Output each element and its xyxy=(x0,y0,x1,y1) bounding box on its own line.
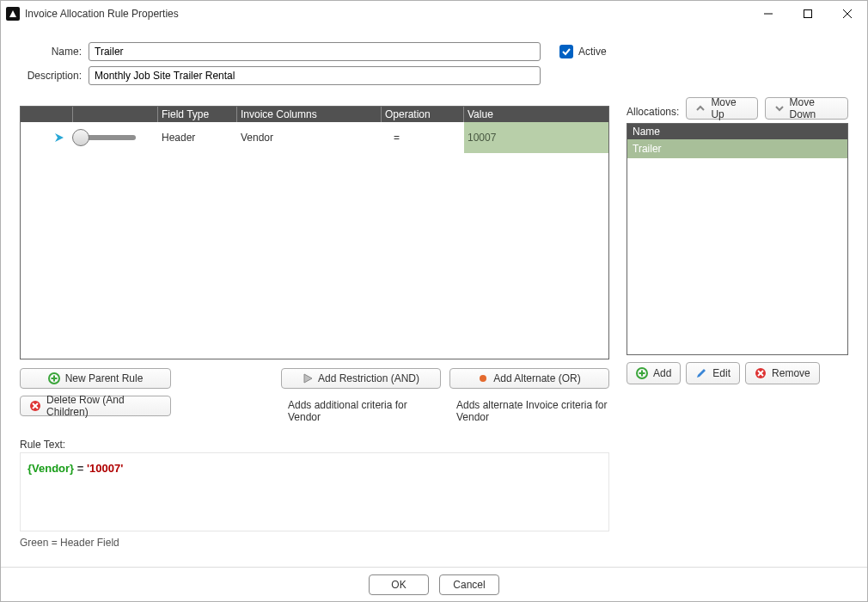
current-row-indicator-icon xyxy=(53,132,65,144)
titlebar: Invoice Allocation Rule Properties xyxy=(1,1,867,27)
x-circle-icon xyxy=(755,367,767,379)
allocations-grid[interactable]: Name Trailer xyxy=(627,123,848,355)
svg-point-10 xyxy=(480,375,486,382)
col-field-type[interactable]: Field Type xyxy=(158,107,237,122)
checkbox-checked-icon xyxy=(559,45,573,58)
allocations-header-name[interactable]: Name xyxy=(627,124,847,139)
allocation-name: Trailer xyxy=(633,143,662,155)
description-row: Description: xyxy=(20,66,848,85)
play-icon xyxy=(303,373,313,384)
delete-row-button[interactable]: Delete Row (And Children) xyxy=(20,396,171,416)
move-up-label: Move Up xyxy=(711,96,748,120)
remove-allocation-button[interactable]: Remove xyxy=(745,362,820,384)
rule-text-value: '10007' xyxy=(87,462,123,475)
plus-circle-icon xyxy=(48,372,60,384)
add-restriction-label: Add Restriction (AND) xyxy=(318,372,419,384)
allocation-row[interactable]: Trailer xyxy=(627,139,847,158)
cancel-button[interactable]: Cancel xyxy=(439,574,499,595)
name-row: Name: Active xyxy=(20,42,848,61)
rule-text-legend: Green = Header Field xyxy=(20,537,609,549)
delete-row-label: Delete Row (And Children) xyxy=(46,394,162,418)
svg-marker-5 xyxy=(55,133,64,142)
svg-marker-9 xyxy=(304,374,312,383)
add-alternate-button[interactable]: Add Alternate (OR) xyxy=(449,368,609,389)
cell-field-type: Header xyxy=(162,132,195,144)
rule-text-label: Rule Text: xyxy=(20,439,609,451)
plus-circle-icon xyxy=(636,367,648,379)
add-restriction-button[interactable]: Add Restriction (AND) xyxy=(281,368,441,389)
pencil-icon xyxy=(695,367,707,379)
close-button[interactable] xyxy=(828,1,867,27)
add-allocation-button[interactable]: Add xyxy=(627,362,681,384)
rule-text-field: {Vendor} xyxy=(28,462,74,475)
cell-invoice-columns: Vendor xyxy=(241,132,273,144)
edit-allocation-label: Edit xyxy=(712,367,730,379)
record-icon xyxy=(478,373,488,384)
move-up-button[interactable]: Move Up xyxy=(686,97,757,120)
remove-allocation-label: Remove xyxy=(772,367,810,379)
col-operation[interactable]: Operation xyxy=(382,107,464,122)
cell-value: 10007 xyxy=(468,132,496,144)
chevron-up-icon xyxy=(695,103,706,114)
edit-allocation-button[interactable]: Edit xyxy=(686,362,740,384)
col-value[interactable]: Value xyxy=(464,107,608,122)
dialog-window: Invoice Allocation Rule Properties Name:… xyxy=(0,0,868,602)
name-label: Name: xyxy=(20,46,89,58)
active-label: Active xyxy=(578,46,607,58)
add-alternate-label: Add Alternate (OR) xyxy=(493,372,580,384)
move-down-label: Move Down xyxy=(790,96,839,120)
app-icon xyxy=(6,7,20,21)
svg-rect-2 xyxy=(804,10,812,18)
chevron-down-icon xyxy=(774,103,785,114)
new-parent-rule-label: New Parent Rule xyxy=(65,372,144,384)
col-invoice-columns[interactable]: Invoice Columns xyxy=(237,107,382,122)
alternate-hint: Adds alternate Invoice criteria for Vend… xyxy=(449,396,609,423)
minimize-button[interactable] xyxy=(749,1,788,27)
window-controls xyxy=(749,1,867,27)
cell-operation: = xyxy=(394,132,400,144)
move-down-button[interactable]: Move Down xyxy=(765,97,848,120)
allocations-label: Allocations: xyxy=(627,106,679,120)
add-allocation-label: Add xyxy=(653,367,671,379)
rules-grid[interactable]: Field Type Invoice Columns Operation Val… xyxy=(20,106,609,359)
ok-button[interactable]: OK xyxy=(369,574,429,595)
name-input[interactable] xyxy=(89,42,541,61)
restriction-hint: Adds additional criteria for Vendor xyxy=(281,396,441,423)
maximize-button[interactable] xyxy=(788,1,828,27)
rule-text-eq: = xyxy=(74,462,87,475)
svg-marker-0 xyxy=(9,10,16,17)
rules-grid-header: Field Type Invoice Columns Operation Val… xyxy=(21,107,608,122)
x-circle-icon xyxy=(29,400,41,412)
slider-thumb-icon xyxy=(72,129,89,146)
row-toggle-slider[interactable] xyxy=(76,135,136,140)
new-parent-rule-button[interactable]: New Parent Rule xyxy=(20,368,171,389)
rule-row[interactable]: Header Vendor = 10007 xyxy=(21,122,608,153)
description-label: Description: xyxy=(20,70,89,82)
active-checkbox[interactable]: Active xyxy=(559,45,607,58)
description-input[interactable] xyxy=(89,66,541,85)
dialog-footer: OK Cancel xyxy=(1,567,867,601)
rule-text-box: {Vendor} = '10007' xyxy=(20,452,609,531)
window-title: Invoice Allocation Rule Properties xyxy=(25,8,179,20)
